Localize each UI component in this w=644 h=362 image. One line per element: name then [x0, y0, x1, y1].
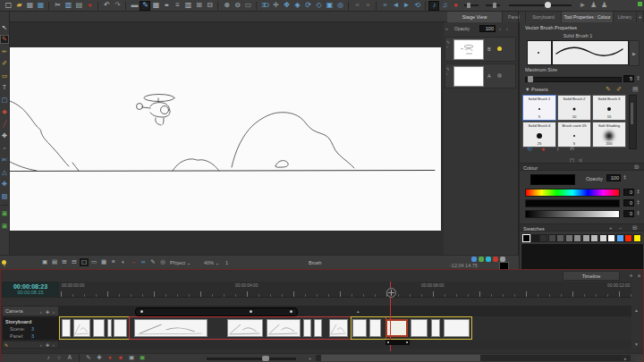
- selected-panel-duration-handle[interactable]: [386, 340, 410, 345]
- panel-thumbnail[interactable]: [107, 319, 112, 337]
- panel-thumbnail[interactable]: [114, 319, 127, 337]
- panel-thumbnail-selected[interactable]: [386, 319, 408, 337]
- preset-solid-brush-3[interactable]: Solid Brush 315: [592, 95, 626, 121]
- depth-view-icon[interactable]: [493, 257, 498, 262]
- hue-value[interactable]: 0: [623, 189, 634, 196]
- swatch-menu-icon[interactable]: ▤.: [632, 225, 639, 231]
- camera-keyframe-dot[interactable]: [140, 310, 143, 313]
- tab-panel[interactable]: Panel: [503, 12, 526, 22]
- preset-menu-icon[interactable]: ▤: [632, 86, 639, 92]
- layer-thumbnail[interactable]: [453, 39, 484, 60]
- panel-thumbnail[interactable]: [227, 319, 263, 337]
- layer-mini-icons[interactable]: ✎▫: [446, 67, 450, 76]
- marquee-tool-icon[interactable]: ▫: [0, 143, 9, 152]
- arrow-next-icon[interactable]: →: [129, 258, 138, 266]
- panel-thumbnail[interactable]: [314, 319, 322, 337]
- layer-prev-icon[interactable]: ‹: [499, 26, 501, 31]
- delete-icon[interactable]: ●: [84, 1, 95, 11]
- swatch-303030[interactable]: [539, 234, 547, 242]
- playhead-handle[interactable]: [386, 288, 396, 298]
- layers-collapse-icon[interactable]: »: [445, 26, 448, 31]
- ungroup-icon[interactable]: ⊟: [70, 258, 79, 266]
- max-size-spinner[interactable]: ▲▼: [636, 75, 640, 80]
- scroll-right-icon[interactable]: ▸: [624, 356, 627, 361]
- swatch-55aaff[interactable]: [616, 234, 624, 242]
- preset-solid-brush-4[interactable]: Solid Brush 425: [522, 122, 556, 147]
- layer-mini-icons[interactable]: ✎▫: [446, 40, 450, 49]
- panel-thumbnail[interactable]: [329, 319, 348, 337]
- layers-overlay-icon[interactable]: ≡: [109, 258, 118, 266]
- swatch-d8d8d8[interactable]: [599, 234, 607, 242]
- paste-icon[interactable]: ▤: [73, 1, 84, 11]
- swatch-ffee00[interactable]: [633, 234, 641, 242]
- text-tool-icon[interactable]: T: [0, 83, 9, 92]
- max-size-value[interactable]: 5: [623, 75, 634, 82]
- copy-icon[interactable]: ▥: [63, 1, 73, 11]
- timeline-close-view-icon[interactable]: ×: [635, 271, 643, 280]
- panel-thumbnail[interactable]: [352, 319, 367, 337]
- swatch-717171[interactable]: [565, 234, 573, 242]
- layer-row-b[interactable]: ✎▫B: [445, 37, 516, 62]
- camera-prev-icon[interactable]: ‹: [40, 309, 42, 315]
- timeline-ruler[interactable]: 00:00:00:0000:00:04:0000:00:08:0000:00:1…: [59, 282, 631, 298]
- transform-icon[interactable]: ◈: [292, 1, 302, 11]
- swatch-1c1c1c[interactable]: [531, 234, 539, 242]
- dropper-icon[interactable]: ◑: [555, 146, 559, 152]
- camera-marker-icon[interactable]: ▴: [357, 308, 360, 314]
- panel-thumbnail[interactable]: [411, 319, 428, 337]
- maintain-size-icon[interactable]: ▣: [324, 1, 335, 11]
- track-scroll-down-icon[interactable]: ▼: [634, 341, 639, 347]
- zoom-dropdown[interactable]: 40% ⌄: [204, 260, 219, 265]
- swatch-ff2a00[interactable]: [624, 234, 632, 242]
- loop-icon[interactable]: ⟲: [411, 1, 422, 11]
- layer-row-a[interactable]: ✎▫A: [445, 63, 516, 88]
- hand-tool-icon[interactable]: ✥: [0, 131, 9, 140]
- saturation-spinner[interactable]: ▲▼: [636, 199, 640, 205]
- camera-keyframe-bar[interactable]: [135, 307, 298, 316]
- collapse-icon[interactable]: «: [352, 1, 362, 11]
- add-panel-icon[interactable]: ✚: [95, 354, 104, 362]
- expand-icon[interactable]: »: [362, 1, 373, 11]
- project-dropdown[interactable]: Project ⌄: [170, 260, 191, 265]
- camera-next-icon[interactable]: ›: [53, 309, 55, 315]
- matte-view-icon[interactable]: [486, 257, 491, 262]
- timeline-add-view-icon[interactable]: +: [627, 271, 635, 280]
- swatch-bdbdbd[interactable]: [590, 234, 598, 242]
- render-icon[interactable]: ●: [450, 1, 461, 11]
- record-icon[interactable]: ●: [106, 354, 114, 362]
- new-preset-icon[interactable]: ✎: [606, 86, 611, 92]
- stop-icon[interactable]: ■: [116, 354, 125, 362]
- new-panel-icon[interactable]: ▣: [0, 221, 9, 230]
- footer-prev-icon[interactable]: ‹: [40, 342, 42, 348]
- zoom-plus-icon[interactable]: +: [309, 356, 311, 361]
- zoom-out-icon[interactable]: ⊖: [232, 1, 242, 11]
- swatch-8a8a8a[interactable]: [573, 234, 581, 242]
- panel-thumbnail[interactable]: [267, 319, 301, 337]
- pencil-edit-icon[interactable]: ✎: [84, 354, 93, 362]
- mini-slider-1-handle[interactable]: [467, 3, 470, 8]
- tab-stage-view[interactable]: Stage View: [447, 12, 503, 22]
- camera-keyframe-dot[interactable]: [290, 310, 292, 313]
- group-icon[interactable]: ⊞: [60, 258, 69, 266]
- mini-slider-1[interactable]: [464, 4, 479, 6]
- preset-solid-brush-2[interactable]: Solid Brush 210: [557, 95, 591, 121]
- cut-icon[interactable]: ✂: [52, 1, 63, 11]
- tab-storyboard[interactable]: Storyboard: [526, 12, 562, 22]
- play-icon[interactable]: ►: [401, 1, 411, 11]
- preset-soft-shading[interactable]: Soft Shading200: [592, 122, 626, 147]
- dash-icon[interactable]: ▬: [129, 1, 140, 11]
- layer-opacity-value[interactable]: 100: [479, 25, 496, 32]
- annotation-icon[interactable]: A: [65, 354, 74, 362]
- colour-wheel-icon[interactable]: ⟲: [527, 146, 532, 152]
- volume-slider[interactable]: [509, 4, 572, 6]
- panel-thumbnail[interactable]: [134, 319, 208, 337]
- pivot-icon[interactable]: ◎: [335, 1, 345, 11]
- panel-thumbnail[interactable]: [303, 319, 311, 337]
- mini-slider-2[interactable]: [486, 4, 500, 6]
- prev-frame-icon[interactable]: ◄: [390, 1, 401, 11]
- red-ball-icon[interactable]: ●: [541, 146, 545, 152]
- character-two-icon[interactable]: ♟: [598, 1, 609, 11]
- swatch-ffffff[interactable]: [607, 234, 615, 242]
- layer-tool-icon[interactable]: ▧: [0, 191, 9, 200]
- current-colour-swatch[interactable]: [530, 174, 575, 185]
